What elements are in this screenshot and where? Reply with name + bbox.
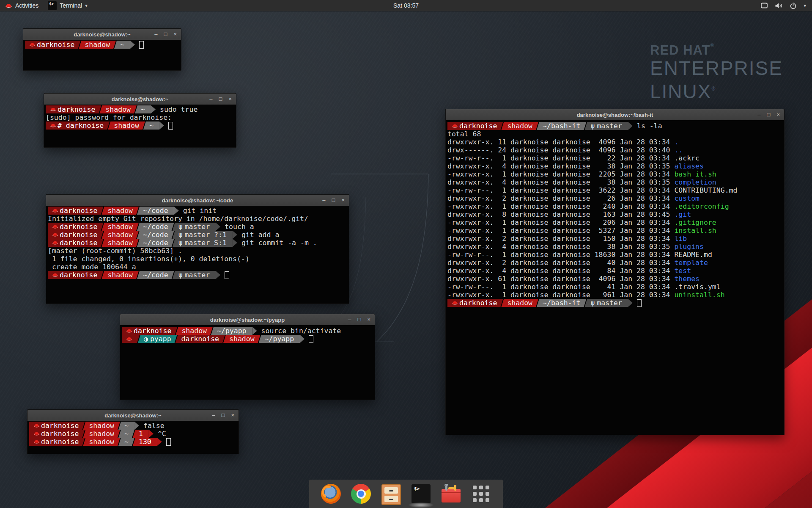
redhat-icon	[33, 439, 40, 444]
prompt-segment-host: shadow	[501, 122, 538, 130]
prompt-segment-path: ~/code	[137, 271, 174, 279]
prompt-segment-user: darknoise	[46, 105, 101, 113]
terminal-content[interactable]: darknoiseshadow~/codegit initInitialized…	[46, 206, 349, 304]
window-titlebar[interactable]: darknoise@shadow:~/pyapp – □ ×	[120, 314, 375, 326]
prompt-segment-branch: ψmaster	[173, 223, 216, 231]
output-line: Initialized empty Git repository in /hom…	[48, 215, 349, 223]
prompt-segment-host: shadow	[223, 335, 261, 343]
file-row: -rwxrwxr-x. 1 darknoise darknoise 5327 J…	[447, 226, 784, 235]
close-button[interactable]: ×	[173, 29, 177, 40]
terminal-content[interactable]: darknoiseshadow~	[23, 40, 181, 70]
prompt-segment-path: ~/pyapp	[259, 335, 300, 343]
window-titlebar[interactable]: darknoise@shadow:~ – □ ×	[23, 29, 181, 40]
file-row: drwxrwxr-x. 4 darknoise darknoise 38 Jan…	[447, 243, 784, 251]
dock: $>	[309, 480, 503, 508]
prompt-arrow-icon	[159, 121, 164, 130]
close-button[interactable]: ×	[776, 109, 780, 120]
close-button[interactable]: ×	[228, 94, 232, 105]
minimize-button[interactable]: –	[154, 29, 157, 40]
maximize-button[interactable]: □	[164, 29, 167, 40]
file-name: ..	[674, 146, 683, 154]
prompt-segment-path: ~	[143, 121, 159, 130]
prompt-line: darknoiseshadow~130	[29, 438, 239, 446]
terminal-content[interactable]: darknoiseshadow~/bash-itψmasterls -latot…	[446, 120, 784, 435]
app-menu-button[interactable]: $> Terminal ▾	[44, 0, 91, 11]
minimize-button[interactable]: –	[322, 195, 325, 206]
file-row: drwxrwxr-x. 2 darknoise darknoise 26 Jan…	[447, 194, 784, 202]
close-button[interactable]: ×	[341, 195, 345, 206]
file-name: lib	[674, 235, 687, 243]
prompt-segment-user: darknoise	[48, 239, 103, 247]
prompt-segment-user: darknoise	[447, 299, 503, 307]
file-name: .travis.yml	[674, 283, 720, 291]
prompt-segment-path: ~	[118, 438, 134, 446]
minimize-button[interactable]: –	[209, 94, 212, 105]
terminal-icon[interactable]: $>	[411, 484, 431, 504]
window-titlebar[interactable]: darknoise@shadow:~ – □ ×	[44, 94, 236, 105]
file-name: uninstall.sh	[674, 291, 724, 299]
file-row: drwxrwxr-x. 8 darknoise darknoise 163 Ja…	[447, 210, 784, 218]
git-branch-icon: ψ	[178, 223, 183, 231]
clock[interactable]: Sat 03:57	[393, 2, 419, 9]
prompt-segment-path: ~	[114, 41, 130, 49]
prompt-segment-host: shadow	[102, 271, 139, 279]
prompt-segment-exit: 130	[133, 438, 157, 446]
prompt-segment-path: ~/code	[137, 239, 174, 247]
prompt-segment-branch: ψmaster ?:1	[173, 231, 233, 239]
window-title: darknoise@shadow:~/code	[46, 197, 349, 204]
activities-label: Activities	[15, 2, 38, 9]
maximize-button[interactable]: □	[222, 410, 225, 421]
maximize-button[interactable]: □	[219, 94, 222, 105]
window-titlebar[interactable]: darknoise@shadow:~ – □ ×	[27, 410, 239, 421]
files-icon[interactable]	[381, 484, 401, 504]
redhat-icon	[452, 124, 458, 128]
redhat-icon	[33, 431, 40, 436]
terminal-window-code: darknoise@shadow:~/code – □ × darknoises…	[46, 194, 349, 304]
minimize-button[interactable]: –	[757, 109, 760, 120]
close-button[interactable]: ×	[231, 410, 234, 421]
redhat-icon	[52, 232, 58, 237]
file-name: .git	[674, 210, 691, 218]
prompt-segment-user: darknoise	[29, 430, 85, 438]
file-name: completion	[674, 178, 716, 186]
redhat-icon	[33, 423, 40, 428]
prompt-segment-host: shadow	[102, 239, 139, 247]
prompt-segment-path: ~/pyapp	[211, 327, 252, 335]
window-titlebar[interactable]: darknoise@shadow:~/code – □ ×	[46, 195, 349, 206]
maximize-button[interactable]: □	[332, 195, 335, 206]
terminal-window-sudo: darknoise@shadow:~ – □ × darknoiseshadow…	[44, 93, 236, 148]
app-menu-label: Terminal	[60, 2, 82, 9]
prompt-line: darknoiseshadow~/codeψmaster	[48, 271, 349, 279]
terminal-content[interactable]: darknoiseshadow~/pyappsource bin/activat…	[120, 325, 375, 400]
prompt-line: darknoiseshadow~1^C	[29, 430, 239, 438]
app-grid-icon[interactable]	[471, 484, 491, 504]
prompt-line: # darknoiseshadow~	[46, 121, 236, 130]
terminal-cursor	[225, 271, 229, 279]
active-app-indicator	[408, 502, 434, 508]
close-button[interactable]: ×	[367, 314, 370, 325]
prompt-arrow-icon	[151, 105, 156, 113]
window-title: darknoise@shadow:~/pyapp	[120, 317, 375, 323]
maximize-button[interactable]: □	[358, 314, 361, 325]
terminal-cursor	[166, 438, 171, 446]
terminal-content[interactable]: darknoiseshadow~false darknoiseshadow~1^…	[27, 421, 239, 454]
prompt-line: darknoiseshadow~/codeψmastertouch a	[48, 223, 349, 231]
prompt-arrow-icon	[130, 41, 135, 49]
redhat-icon	[52, 224, 58, 229]
command-text: touch a	[225, 223, 254, 231]
maximize-button[interactable]: □	[767, 109, 771, 120]
terminal-content[interactable]: darknoiseshadow~sudo true[sudo] password…	[44, 105, 236, 147]
window-titlebar[interactable]: darknoise@shadow:~/bash-it – □ ×	[446, 109, 784, 121]
activities-button[interactable]: Activities	[0, 0, 44, 11]
firefox-icon[interactable]	[321, 484, 341, 504]
toolbox-icon[interactable]	[441, 484, 461, 504]
status-area[interactable]: ▾	[760, 0, 812, 11]
prompt-segment-user: darknoise	[48, 223, 103, 231]
minimize-button[interactable]: –	[348, 314, 351, 325]
output-line: 1 file changed, 0 insertions(+), 0 delet…	[48, 255, 349, 263]
prompt-segment-exit: 1	[133, 430, 149, 438]
prompt-segment-host: shadow	[501, 299, 538, 307]
chrome-icon[interactable]	[351, 484, 371, 504]
minimize-button[interactable]: –	[212, 410, 215, 421]
git-branch-icon: ψ	[590, 122, 595, 130]
